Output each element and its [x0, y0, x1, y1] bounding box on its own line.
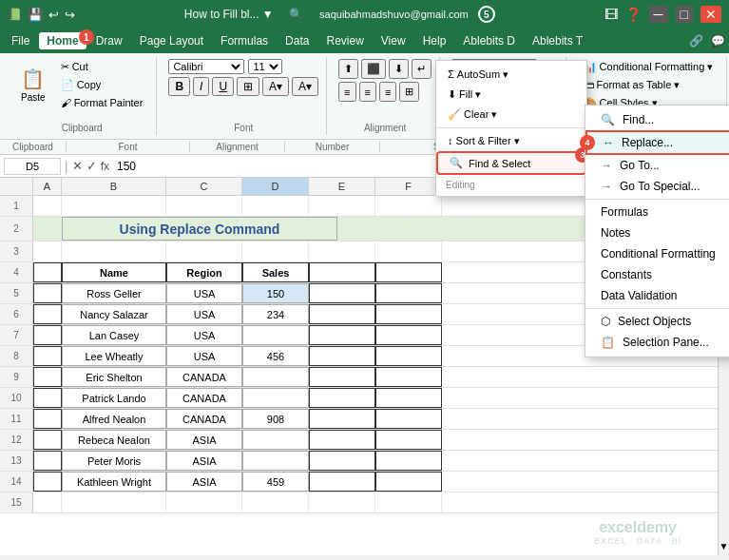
cell-e10[interactable]: [309, 388, 375, 408]
title-cell[interactable]: Using Replace Command: [62, 217, 337, 241]
cell-c12[interactable]: ASIA: [166, 430, 242, 450]
cell-c8[interactable]: USA: [166, 346, 242, 366]
bold-btn[interactable]: B: [168, 77, 190, 96]
col-header-b[interactable]: B: [62, 178, 166, 195]
border-btn[interactable]: ⊞: [237, 77, 259, 96]
cell-b15[interactable]: [62, 492, 166, 512]
cut-btn[interactable]: ✂ Cut: [55, 59, 149, 75]
cell-b9[interactable]: Eric Shelton: [62, 367, 166, 387]
conditional-formatting-btn[interactable]: 📊 Conditional Formatting ▾: [578, 59, 719, 75]
maximize-btn[interactable]: □: [676, 6, 693, 23]
cell-e2[interactable]: [337, 217, 404, 241]
menu-formulas[interactable]: Formulas: [213, 32, 276, 49]
cell-e9[interactable]: [309, 367, 375, 387]
cell-f9[interactable]: [375, 367, 442, 387]
cell-c3[interactable]: [166, 241, 242, 261]
menu-draw[interactable]: Draw: [88, 32, 130, 49]
constants-item[interactable]: Constants: [585, 264, 729, 285]
enter-formula-btn[interactable]: ✓: [86, 159, 97, 173]
cell-d13[interactable]: [242, 451, 309, 471]
close-btn[interactable]: ✕: [700, 6, 721, 23]
cell-d11[interactable]: 908: [242, 409, 309, 429]
cell-f11[interactable]: [375, 409, 442, 429]
cell-a9[interactable]: [33, 367, 62, 387]
cell-b4[interactable]: Name: [62, 262, 166, 282]
cell-f8[interactable]: [375, 346, 442, 366]
cell-d1[interactable]: [242, 196, 309, 216]
cell-c7[interactable]: USA: [166, 325, 242, 345]
cell-c15[interactable]: [166, 492, 242, 512]
cell-a5[interactable]: [33, 283, 62, 303]
col-header-d[interactable]: D: [242, 178, 309, 195]
find-item[interactable]: 🔍 Find...: [585, 109, 729, 130]
scroll-down-btn[interactable]: ▼: [719, 536, 729, 555]
cell-f14[interactable]: [375, 472, 442, 492]
insert-function-btn[interactable]: fx: [101, 160, 109, 173]
help-btn[interactable]: ❓: [625, 7, 642, 22]
cell-e8[interactable]: [309, 346, 375, 366]
cell-f6[interactable]: [375, 304, 442, 324]
goto-special-item[interactable]: → Go To Special...: [585, 176, 729, 197]
cell-e5[interactable]: [309, 283, 375, 303]
menu-data[interactable]: Data: [278, 32, 317, 49]
goto-item[interactable]: → Go To...: [585, 155, 729, 176]
cell-d14[interactable]: 459: [242, 472, 309, 492]
col-header-f[interactable]: F: [375, 178, 442, 195]
align-center-btn[interactable]: ≡: [359, 82, 376, 102]
cell-b1[interactable]: [62, 196, 166, 216]
cell-b5[interactable]: Ross Geller: [62, 283, 166, 303]
cell-a4[interactable]: [33, 262, 62, 282]
menu-pagelayout[interactable]: Page Layout: [132, 32, 211, 49]
cell-c4[interactable]: Region: [166, 262, 242, 282]
menu-home[interactable]: Home 1: [39, 32, 86, 49]
cell-e12[interactable]: [309, 430, 375, 450]
cell-c13[interactable]: ASIA: [166, 451, 242, 471]
cell-a10[interactable]: [33, 388, 62, 408]
quick-access-save[interactable]: 💾: [28, 8, 43, 22]
autosum-item[interactable]: Σ AutoSum ▾: [436, 65, 586, 85]
cond-formatting-item[interactable]: Conditional Formatting: [585, 243, 729, 264]
selection-pane-item[interactable]: 📋 Selection Pane...: [585, 332, 729, 353]
cell-f12[interactable]: [375, 430, 442, 450]
cell-e3[interactable]: [309, 241, 375, 261]
quick-access-redo[interactable]: ↪: [65, 8, 75, 22]
minimize-btn[interactable]: ─: [649, 6, 668, 23]
cancel-formula-btn[interactable]: ✕: [72, 159, 83, 173]
col-header-a[interactable]: A: [33, 178, 62, 195]
menu-ablebits-t[interactable]: Ablebits T: [525, 32, 590, 49]
cell-c9[interactable]: CANADA: [166, 367, 242, 387]
cell-b12[interactable]: Rebeca Nealon: [62, 430, 166, 450]
cell-e7[interactable]: [309, 325, 375, 345]
cell-d6[interactable]: 234: [242, 304, 309, 324]
cell-c14[interactable]: ASIA: [166, 472, 242, 492]
cell-d8[interactable]: 456: [242, 346, 309, 366]
copy-btn[interactable]: 📄 Copy: [55, 77, 149, 93]
font-family-select[interactable]: Calibri: [168, 59, 244, 74]
cell-f7[interactable]: [375, 325, 442, 345]
find-select-item[interactable]: 🔍 Find & Select 3: [436, 151, 586, 175]
cell-a3[interactable]: [33, 241, 62, 261]
formulas-item[interactable]: Formulas: [585, 202, 729, 222]
cell-e4[interactable]: [309, 262, 375, 282]
cell-b14[interactable]: Kathleen Wright: [62, 472, 166, 492]
align-right-btn[interactable]: ≡: [379, 82, 396, 102]
font-color-btn[interactable]: A▾: [292, 77, 318, 96]
menu-help[interactable]: Help: [415, 32, 454, 49]
italic-btn[interactable]: I: [193, 77, 209, 96]
font-size-select[interactable]: 11: [248, 59, 282, 74]
cell-a2[interactable]: [33, 217, 62, 241]
cell-d15[interactable]: [242, 492, 309, 512]
cell-a7[interactable]: [33, 325, 62, 345]
quick-access-undo[interactable]: ↩: [48, 8, 59, 22]
share-icon[interactable]: 🔗: [689, 34, 703, 48]
ribbon-toggle-btn[interactable]: 🎞: [604, 7, 618, 22]
cell-a12[interactable]: [33, 430, 62, 450]
comments-icon[interactable]: 💬: [711, 34, 725, 48]
cell-e13[interactable]: [309, 451, 375, 471]
format-painter-btn[interactable]: 🖌 Format Painter: [55, 95, 149, 110]
cell-d5[interactable]: 150: [242, 283, 309, 303]
paste-btn[interactable]: 📋 Paste: [15, 65, 51, 106]
wrap-text-btn[interactable]: ↵: [412, 59, 432, 79]
cell-a14[interactable]: [33, 472, 62, 492]
cell-b13[interactable]: Peter Moris: [62, 451, 166, 471]
